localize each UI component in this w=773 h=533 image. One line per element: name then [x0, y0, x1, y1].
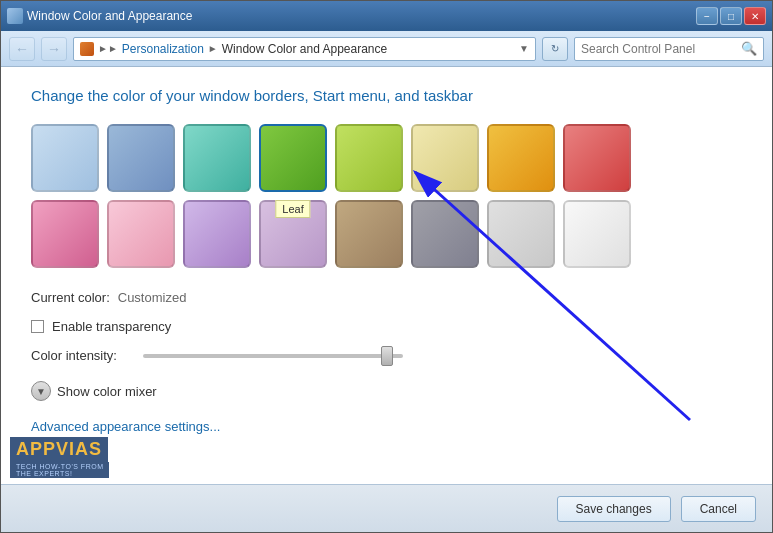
swatch-frosty[interactable]	[107, 200, 175, 268]
swatch-rose[interactable]	[31, 200, 99, 268]
intensity-label: Color intensity:	[31, 348, 131, 363]
address-bar: ►► Personalization ► Window Color and Ap…	[73, 37, 536, 61]
swatches-row-2	[31, 200, 742, 268]
swatch-taupe[interactable]	[335, 200, 403, 268]
color-mixer-label: Show color mixer	[57, 384, 157, 399]
swatch-pearl[interactable]	[487, 200, 555, 268]
current-color-value: Customized	[118, 290, 187, 305]
transparency-label: Enable transparency	[52, 319, 171, 334]
titlebar: Window Color and Appearance − □ ✕	[1, 1, 772, 31]
forward-button[interactable]: →	[41, 37, 67, 61]
breadcrumb-current: Window Color and Appearance	[222, 42, 387, 56]
color-mixer-toggle[interactable]: ▼	[31, 381, 51, 401]
swatches-row-1: Leaf	[31, 124, 742, 192]
close-button[interactable]: ✕	[744, 7, 766, 25]
save-button[interactable]: Save changes	[557, 496, 671, 522]
window-title: Window Color and Appearance	[27, 9, 692, 23]
swatch-blush[interactable]	[563, 124, 631, 192]
intensity-slider-track[interactable]	[143, 354, 403, 358]
search-box[interactable]: 🔍	[574, 37, 764, 61]
window-icon	[7, 8, 23, 24]
color-mixer-row: ▼ Show color mixer	[31, 381, 742, 401]
current-color-label: Current color:	[31, 290, 110, 305]
swatch-frost[interactable]	[563, 200, 631, 268]
swatch-tusk[interactable]	[411, 124, 479, 192]
back-button[interactable]: ←	[9, 37, 35, 61]
cancel-button[interactable]: Cancel	[681, 496, 756, 522]
breadcrumb-parent[interactable]: Personalization	[122, 42, 204, 56]
swatch-sea[interactable]	[183, 124, 251, 192]
intensity-slider-thumb[interactable]	[381, 346, 393, 366]
transparency-row: Enable transparency	[31, 319, 742, 334]
swatch-lime[interactable]	[335, 124, 403, 192]
current-color-row: Current color: Customized	[31, 290, 742, 305]
control-panel-icon	[80, 42, 94, 56]
swatch-violet[interactable]	[259, 200, 327, 268]
swatch-twilight[interactable]	[107, 124, 175, 192]
search-icon: 🔍	[741, 41, 757, 56]
swatch-lavender[interactable]	[183, 200, 251, 268]
refresh-button[interactable]: ↻	[542, 37, 568, 61]
bottom-bar: Save changes Cancel	[1, 484, 772, 532]
page-title: Change the color of your window borders,…	[31, 87, 742, 104]
watermark: APPVIAS TECH HOW-TO'S FROMTHE EXPERTS!	[10, 408, 140, 478]
search-input[interactable]	[581, 42, 737, 56]
swatch-pumpkin[interactable]	[487, 124, 555, 192]
titlebar-controls: − □ ✕	[696, 7, 766, 25]
swatch-sky[interactable]	[31, 124, 99, 192]
swatch-leaf[interactable]: Leaf	[259, 124, 327, 192]
intensity-row: Color intensity:	[31, 348, 742, 363]
breadcrumb-separator-1: ►►	[98, 43, 118, 54]
minimize-button[interactable]: −	[696, 7, 718, 25]
swatch-smoke[interactable]	[411, 200, 479, 268]
maximize-button[interactable]: □	[720, 7, 742, 25]
navbar: ← → ►► Personalization ► Window Color an…	[1, 31, 772, 67]
breadcrumb-separator-2: ►	[208, 43, 218, 54]
transparency-checkbox[interactable]	[31, 320, 44, 333]
swatches-grid: Leaf	[31, 124, 742, 268]
address-dropdown-arrow[interactable]: ▼	[519, 43, 529, 54]
